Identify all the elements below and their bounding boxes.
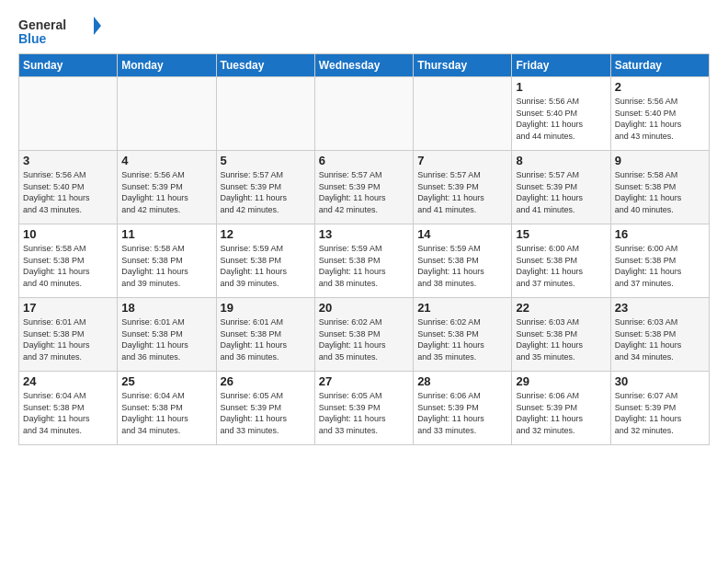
col-header-monday: Monday <box>118 54 216 77</box>
day-number: 25 <box>121 374 211 388</box>
day-cell: 10Sunrise: 5:58 AM Sunset: 5:38 PM Dayli… <box>19 224 118 298</box>
col-header-wednesday: Wednesday <box>314 54 413 77</box>
day-number: 22 <box>516 301 606 315</box>
week-row-1: 3Sunrise: 5:56 AM Sunset: 5:40 PM Daylig… <box>19 151 710 224</box>
day-info: Sunrise: 6:05 AM Sunset: 5:39 PM Dayligh… <box>319 390 409 436</box>
day-cell: 14Sunrise: 5:59 AM Sunset: 5:38 PM Dayli… <box>414 224 512 298</box>
day-cell <box>19 77 118 151</box>
day-number: 21 <box>417 301 507 315</box>
col-header-friday: Friday <box>512 54 610 77</box>
col-header-saturday: Saturday <box>610 54 709 77</box>
day-cell: 9Sunrise: 5:58 AM Sunset: 5:38 PM Daylig… <box>610 151 709 224</box>
day-info: Sunrise: 5:59 AM Sunset: 5:38 PM Dayligh… <box>319 243 409 289</box>
day-cell: 15Sunrise: 6:00 AM Sunset: 5:38 PM Dayli… <box>512 224 610 298</box>
day-cell: 29Sunrise: 6:06 AM Sunset: 5:39 PM Dayli… <box>512 372 610 445</box>
day-cell: 1Sunrise: 5:56 AM Sunset: 5:40 PM Daylig… <box>512 77 610 151</box>
day-info: Sunrise: 6:03 AM Sunset: 5:38 PM Dayligh… <box>516 316 606 362</box>
day-number: 19 <box>221 301 311 315</box>
day-number: 8 <box>516 154 606 167</box>
calendar-table: SundayMondayTuesdayWednesdayThursdayFrid… <box>18 53 710 445</box>
svg-marker-2 <box>94 17 101 35</box>
day-cell: 19Sunrise: 6:01 AM Sunset: 5:38 PM Dayli… <box>216 298 314 372</box>
day-cell <box>216 77 314 151</box>
day-number: 18 <box>121 301 211 315</box>
day-number: 12 <box>221 227 311 241</box>
page: General Blue SundayMondayTuesdayWednesda… <box>0 0 728 454</box>
day-cell: 28Sunrise: 6:06 AM Sunset: 5:39 PM Dayli… <box>414 372 512 445</box>
day-info: Sunrise: 6:00 AM Sunset: 5:38 PM Dayligh… <box>516 243 606 289</box>
day-cell: 23Sunrise: 6:03 AM Sunset: 5:38 PM Dayli… <box>610 298 709 372</box>
day-cell: 25Sunrise: 6:04 AM Sunset: 5:38 PM Dayli… <box>118 372 216 445</box>
day-number: 7 <box>417 154 507 167</box>
day-number: 11 <box>121 227 211 241</box>
day-info: Sunrise: 5:58 AM Sunset: 5:38 PM Dayligh… <box>615 169 705 215</box>
day-cell: 7Sunrise: 5:57 AM Sunset: 5:39 PM Daylig… <box>414 151 512 224</box>
day-info: Sunrise: 6:06 AM Sunset: 5:39 PM Dayligh… <box>417 390 507 436</box>
day-number: 27 <box>319 374 409 388</box>
day-info: Sunrise: 5:57 AM Sunset: 5:39 PM Dayligh… <box>319 169 409 215</box>
day-info: Sunrise: 5:58 AM Sunset: 5:38 PM Dayligh… <box>121 243 211 289</box>
day-info: Sunrise: 5:57 AM Sunset: 5:39 PM Dayligh… <box>221 169 311 215</box>
day-number: 24 <box>23 374 113 388</box>
day-number: 3 <box>23 154 113 167</box>
day-info: Sunrise: 6:01 AM Sunset: 5:38 PM Dayligh… <box>121 316 211 362</box>
day-info: Sunrise: 5:59 AM Sunset: 5:38 PM Dayligh… <box>417 243 507 289</box>
logo-svg: General Blue <box>18 15 101 48</box>
col-header-thursday: Thursday <box>414 54 512 77</box>
day-cell: 16Sunrise: 6:00 AM Sunset: 5:38 PM Dayli… <box>610 224 709 298</box>
day-cell: 27Sunrise: 6:05 AM Sunset: 5:39 PM Dayli… <box>314 372 413 445</box>
day-info: Sunrise: 5:56 AM Sunset: 5:40 PM Dayligh… <box>516 96 606 142</box>
day-info: Sunrise: 5:59 AM Sunset: 5:38 PM Dayligh… <box>221 243 311 289</box>
day-number: 26 <box>221 374 311 388</box>
day-cell: 26Sunrise: 6:05 AM Sunset: 5:39 PM Dayli… <box>216 372 314 445</box>
day-info: Sunrise: 6:06 AM Sunset: 5:39 PM Dayligh… <box>516 390 606 436</box>
day-cell: 18Sunrise: 6:01 AM Sunset: 5:38 PM Dayli… <box>118 298 216 372</box>
day-cell: 17Sunrise: 6:01 AM Sunset: 5:38 PM Dayli… <box>19 298 118 372</box>
day-info: Sunrise: 5:56 AM Sunset: 5:40 PM Dayligh… <box>615 96 705 142</box>
day-info: Sunrise: 6:04 AM Sunset: 5:38 PM Dayligh… <box>23 390 113 436</box>
day-cell: 2Sunrise: 5:56 AM Sunset: 5:40 PM Daylig… <box>610 77 709 151</box>
day-cell: 11Sunrise: 5:58 AM Sunset: 5:38 PM Dayli… <box>118 224 216 298</box>
day-cell: 21Sunrise: 6:02 AM Sunset: 5:38 PM Dayli… <box>414 298 512 372</box>
day-number: 10 <box>23 227 113 241</box>
day-number: 5 <box>221 154 311 167</box>
day-number: 2 <box>615 80 705 94</box>
day-info: Sunrise: 5:57 AM Sunset: 5:39 PM Dayligh… <box>417 169 507 215</box>
day-info: Sunrise: 5:57 AM Sunset: 5:39 PM Dayligh… <box>516 169 606 215</box>
day-info: Sunrise: 6:01 AM Sunset: 5:38 PM Dayligh… <box>23 316 113 362</box>
day-info: Sunrise: 5:56 AM Sunset: 5:40 PM Dayligh… <box>23 169 113 215</box>
logo: General Blue <box>18 15 101 48</box>
day-cell: 8Sunrise: 5:57 AM Sunset: 5:39 PM Daylig… <box>512 151 610 224</box>
day-number: 29 <box>516 374 606 388</box>
week-row-2: 10Sunrise: 5:58 AM Sunset: 5:38 PM Dayli… <box>19 224 710 298</box>
day-number: 23 <box>615 301 705 315</box>
day-info: Sunrise: 6:02 AM Sunset: 5:38 PM Dayligh… <box>417 316 507 362</box>
day-info: Sunrise: 6:01 AM Sunset: 5:38 PM Dayligh… <box>221 316 311 362</box>
day-cell: 30Sunrise: 6:07 AM Sunset: 5:39 PM Dayli… <box>610 372 709 445</box>
day-info: Sunrise: 6:03 AM Sunset: 5:38 PM Dayligh… <box>615 316 705 362</box>
week-row-3: 17Sunrise: 6:01 AM Sunset: 5:38 PM Dayli… <box>19 298 710 372</box>
header-row: SundayMondayTuesdayWednesdayThursdayFrid… <box>19 54 710 77</box>
day-cell: 24Sunrise: 6:04 AM Sunset: 5:38 PM Dayli… <box>19 372 118 445</box>
col-header-tuesday: Tuesday <box>216 54 314 77</box>
day-cell <box>314 77 413 151</box>
day-number: 15 <box>516 227 606 241</box>
day-cell: 6Sunrise: 5:57 AM Sunset: 5:39 PM Daylig… <box>314 151 413 224</box>
day-number: 30 <box>615 374 705 388</box>
day-cell: 13Sunrise: 5:59 AM Sunset: 5:38 PM Dayli… <box>314 224 413 298</box>
day-number: 16 <box>615 227 705 241</box>
day-info: Sunrise: 6:02 AM Sunset: 5:38 PM Dayligh… <box>319 316 409 362</box>
svg-text:Blue: Blue <box>18 31 47 46</box>
day-number: 1 <box>516 80 606 94</box>
day-info: Sunrise: 6:07 AM Sunset: 5:39 PM Dayligh… <box>615 390 705 436</box>
day-info: Sunrise: 6:00 AM Sunset: 5:38 PM Dayligh… <box>615 243 705 289</box>
svg-text:General: General <box>18 17 66 32</box>
day-number: 9 <box>615 154 705 167</box>
day-info: Sunrise: 5:58 AM Sunset: 5:38 PM Dayligh… <box>23 243 113 289</box>
day-number: 6 <box>319 154 409 167</box>
day-info: Sunrise: 5:56 AM Sunset: 5:39 PM Dayligh… <box>121 169 211 215</box>
day-cell: 12Sunrise: 5:59 AM Sunset: 5:38 PM Dayli… <box>216 224 314 298</box>
day-cell: 3Sunrise: 5:56 AM Sunset: 5:40 PM Daylig… <box>19 151 118 224</box>
day-number: 13 <box>319 227 409 241</box>
day-info: Sunrise: 6:04 AM Sunset: 5:38 PM Dayligh… <box>121 390 211 436</box>
